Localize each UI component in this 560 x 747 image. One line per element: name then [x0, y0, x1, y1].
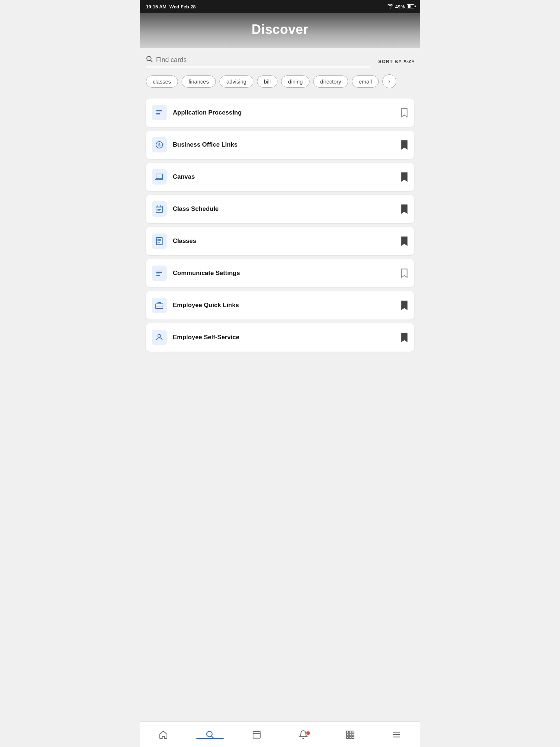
svg-line-1 — [151, 60, 152, 62]
card-employee-quick-links[interactable]: Employee Quick Links — [146, 291, 414, 320]
svg-point-0 — [147, 57, 151, 61]
card-class-schedule[interactable]: Class Schedule — [146, 195, 414, 223]
battery-icon — [407, 4, 414, 9]
filter-chip-directory[interactable]: directory — [313, 76, 348, 88]
card-icon-calendar — [152, 201, 167, 217]
filter-chip-dining[interactable]: dining — [281, 76, 310, 88]
search-container[interactable] — [146, 55, 371, 67]
wifi-icon — [387, 4, 393, 10]
page-header: Discover — [140, 13, 420, 48]
card-canvas[interactable]: Canvas — [146, 163, 414, 191]
status-bar: 10:15 AM Wed Feb 28 49% — [140, 0, 420, 13]
svg-rect-16 — [156, 237, 162, 245]
card-list: Application Processing $ Business Office… — [146, 98, 414, 352]
card-classes[interactable]: Classes — [146, 227, 414, 255]
bookmark-icon-employee-quick-links[interactable] — [400, 300, 408, 310]
card-icon-briefcase — [152, 298, 167, 313]
filter-chip-bill[interactable]: bill — [257, 76, 277, 88]
card-icon-laptop — [152, 169, 167, 185]
bookmark-icon-canvas[interactable] — [400, 172, 408, 182]
filter-chip-finances[interactable]: finances — [182, 76, 216, 88]
card-title-employee-quick-links: Employee Quick Links — [173, 302, 397, 309]
card-title-communicate-settings: Communicate Settings — [173, 270, 397, 277]
card-employee-self-service[interactable]: Employee Self-Service — [146, 323, 414, 352]
card-title-application-processing: Application Processing — [173, 109, 397, 116]
bookmark-icon-classes[interactable] — [400, 236, 408, 246]
card-icon-person — [152, 330, 167, 345]
search-icon — [146, 55, 153, 65]
status-time: 10:15 AM — [146, 4, 167, 9]
svg-point-26 — [158, 334, 161, 337]
search-row: SORT BY A-Z ▾ — [146, 55, 414, 67]
card-title-business-office-links: Business Office Links — [173, 141, 397, 148]
bookmark-icon-business-office-links[interactable] — [400, 140, 408, 150]
filter-chips-more-button[interactable]: › — [382, 74, 396, 88]
card-icon-list — [152, 105, 167, 120]
card-application-processing[interactable]: Application Processing — [146, 98, 414, 127]
search-input[interactable] — [156, 56, 371, 64]
sort-label: SORT BY — [378, 59, 402, 64]
status-date: Wed Feb 28 — [170, 4, 196, 9]
battery-percent: 49% — [395, 4, 405, 9]
bookmark-icon-class-schedule[interactable] — [400, 204, 408, 214]
card-business-office-links[interactable]: $ Business Office Links — [146, 131, 414, 159]
main-content: SORT BY A-Z ▾ classes finances advising … — [140, 48, 420, 388]
bookmark-icon-employee-self-service[interactable] — [400, 332, 408, 342]
svg-rect-8 — [156, 174, 163, 179]
sort-container[interactable]: SORT BY A-Z ▾ — [378, 59, 414, 64]
card-title-class-schedule: Class Schedule — [173, 205, 397, 213]
card-icon-dollar: $ — [152, 137, 167, 152]
filter-chip-classes[interactable]: classes — [146, 76, 178, 88]
card-icon-list-2 — [152, 266, 167, 281]
card-title-canvas: Canvas — [173, 173, 397, 181]
filter-chip-email[interactable]: email — [352, 76, 379, 88]
bookmark-icon-communicate-settings[interactable] — [400, 268, 408, 278]
filter-chips: classes finances advising bill dining di… — [146, 74, 414, 88]
card-title-employee-self-service: Employee Self-Service — [173, 334, 397, 341]
sort-value: A-Z ▾ — [403, 59, 414, 64]
sort-chevron-icon: ▾ — [412, 59, 414, 64]
bookmark-icon-application-processing[interactable] — [400, 108, 408, 118]
card-icon-document — [152, 233, 167, 249]
filter-chip-advising[interactable]: advising — [219, 76, 253, 88]
card-title-classes: Classes — [173, 237, 397, 245]
card-communicate-settings[interactable]: Communicate Settings — [146, 259, 414, 287]
page-title: Discover — [147, 22, 413, 37]
svg-text:$: $ — [158, 143, 160, 147]
